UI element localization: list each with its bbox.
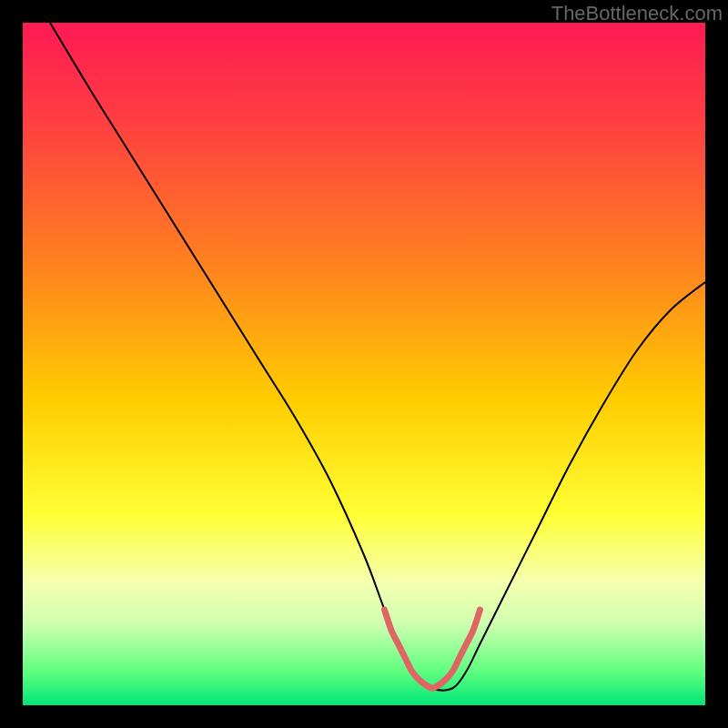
chart-container xyxy=(23,23,705,705)
chart-background xyxy=(23,23,705,705)
watermark-text: TheBottleneck.com xyxy=(551,2,723,25)
bottleneck-chart xyxy=(23,23,705,705)
